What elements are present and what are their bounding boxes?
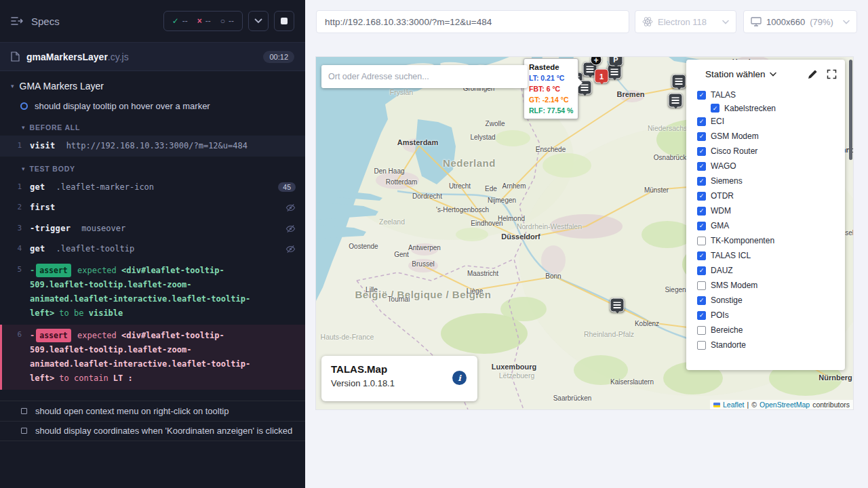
- map[interactable]: LeeuwardenFryslânGroningenHamburgBremenN…: [316, 57, 853, 409]
- station-filter-item[interactable]: ✓TALAS: [686, 87, 845, 102]
- collapsed-test-row[interactable]: should display coordinates when 'Koordin…: [0, 421, 305, 441]
- map-place-label: Luxembourg: [492, 363, 537, 371]
- checkbox[interactable]: ✓: [697, 251, 706, 260]
- checkbox[interactable]: ✓: [697, 117, 706, 126]
- map-marker-pmark[interactable]: P: [609, 57, 623, 66]
- station-filter-label: Sonstige: [711, 296, 743, 305]
- station-filter-item[interactable]: ✓GMA: [686, 218, 845, 233]
- map-search[interactable]: [321, 65, 528, 88]
- tooltip-measurement: RLF: 77.54 %: [529, 106, 573, 117]
- spec-bar[interactable]: gmaMarkersLayer.cy.js 00:12: [0, 43, 305, 71]
- map-marker-station[interactable]: [672, 75, 686, 89]
- checkbox[interactable]: ✓: [697, 132, 706, 141]
- map-place-label: Ede: [485, 185, 497, 192]
- station-filter-item[interactable]: ✓WDM: [686, 203, 845, 218]
- testing-preferences-button[interactable]: [248, 11, 269, 31]
- checkbox[interactable]: ✓: [697, 147, 706, 156]
- checkbox[interactable]: [697, 237, 706, 245]
- checkbox[interactable]: [697, 341, 706, 350]
- station-filter-item[interactable]: ✓ECI: [686, 114, 845, 129]
- station-filter-label: Kabelstrecken: [724, 104, 776, 113]
- app-stage: Electron 118 1000x660 (79%): [305, 0, 868, 488]
- osm-link[interactable]: OpenStreetMap: [760, 401, 810, 409]
- station-filter-item[interactable]: SMS Modem: [686, 278, 845, 293]
- map-place-label: Arnhem: [502, 182, 526, 190]
- station-filter-label: Siemens: [711, 176, 743, 186]
- station-filter-item[interactable]: ✓GSM Modem: [686, 129, 845, 144]
- test-body-section[interactable]: ▾ TEST BODY: [0, 157, 305, 177]
- command-row[interactable]: 2first: [0, 197, 305, 218]
- url-input[interactable]: [316, 10, 629, 33]
- edit-pencil-icon[interactable]: [808, 70, 817, 79]
- assert-badge: assert: [36, 329, 71, 342]
- station-select-label[interactable]: Station wählen: [705, 69, 766, 79]
- command-row[interactable]: 1get.leaflet-marker-icon45: [0, 177, 305, 198]
- checkbox[interactable]: [697, 326, 706, 335]
- command-row[interactable]: 1visithttp://192.168.10.33:3000/?m=12&u=…: [0, 136, 305, 157]
- station-glyph: [675, 78, 683, 85]
- map-place-label: Münster: [644, 186, 669, 194]
- station-filter-item[interactable]: ✓Kabelstrecken: [686, 102, 845, 114]
- viewport-icon: [751, 17, 762, 26]
- chevron-down-icon[interactable]: [770, 72, 776, 77]
- assert-passed[interactable]: 5-assert expected <div#leaflet-tooltip-5…: [0, 260, 305, 325]
- station-filter-item[interactable]: ✓DAUZ: [686, 263, 845, 278]
- map-place-label: Liège: [467, 287, 483, 295]
- test-title: should display tooltip on hover over a m…: [35, 101, 210, 111]
- station-filter-item[interactable]: TK-Komponenten: [686, 233, 845, 248]
- command-row[interactable]: 4get.leaflet-tooltip: [0, 239, 305, 260]
- map-place-label: Enschede: [536, 146, 566, 153]
- chevron-down-icon: [254, 18, 262, 24]
- station-filter-item[interactable]: ✓WAGO: [686, 159, 845, 174]
- checkbox[interactable]: ✓: [697, 266, 706, 275]
- map-scrollbar[interactable]: [849, 60, 852, 160]
- station-filter-item[interactable]: ✓Cisco Router: [686, 144, 845, 159]
- map-place-label: 's-Hertogenbosch: [436, 206, 489, 214]
- checkbox[interactable]: ✓: [697, 296, 706, 305]
- checkbox[interactable]: ✓: [697, 91, 706, 100]
- checkbox[interactable]: ✓: [697, 311, 706, 320]
- specs-menu-icon[interactable]: [11, 16, 23, 26]
- checkbox[interactable]: ✓: [697, 222, 706, 230]
- stat-failed: ×--: [197, 16, 211, 26]
- collapsed-test-row[interactable]: should open context menu on right-click …: [0, 401, 305, 421]
- station-filter-item[interactable]: ✓POIs: [686, 308, 845, 323]
- pending-icon: ○: [220, 16, 225, 26]
- checkbox[interactable]: ✓: [697, 162, 706, 171]
- checkbox[interactable]: ✓: [697, 192, 706, 201]
- station-filter-item[interactable]: ✓Siemens: [686, 174, 845, 188]
- browser-picker[interactable]: Electron 118: [635, 10, 736, 33]
- station-filter-item[interactable]: ✓OTDR: [686, 188, 845, 203]
- map-place-label: Osnabrück: [654, 154, 686, 161]
- map-place-label: Kaiserslautern: [610, 378, 654, 386]
- command-row[interactable]: 3-triggermouseover: [0, 218, 305, 239]
- map-marker-station[interactable]: [610, 298, 625, 312]
- checkbox[interactable]: ✓: [711, 104, 719, 113]
- info-icon[interactable]: i: [452, 371, 467, 385]
- station-filter-label: TALAS: [711, 90, 736, 100]
- map-marker-station[interactable]: [669, 94, 683, 108]
- station-filter-item[interactable]: ✓TALAS ICL: [686, 248, 845, 263]
- checkbox[interactable]: [697, 281, 706, 290]
- leaflet-link[interactable]: Leaflet: [723, 401, 745, 409]
- test-body-list: 1get.leaflet-marker-icon452first3-trigge…: [0, 177, 305, 390]
- checkbox[interactable]: ✓: [697, 177, 706, 186]
- assert-failed[interactable]: 6-assert expected <div#leaflet-tooltip-5…: [0, 325, 305, 390]
- browser-label: Electron 118: [658, 17, 707, 27]
- station-filter-item[interactable]: Standorte: [686, 338, 845, 352]
- map-place-label: Rotterdam: [386, 178, 418, 186]
- search-input[interactable]: [328, 72, 521, 81]
- map-place-label: Bremen: [617, 90, 645, 98]
- viewport-picker[interactable]: 1000x660 (79%): [743, 10, 857, 33]
- active-test-row[interactable]: should display tooltip on hover over a m…: [0, 96, 305, 115]
- before-all-section[interactable]: ▾ BEFORE ALL: [0, 115, 305, 136]
- checkbox[interactable]: ✓: [697, 207, 706, 216]
- station-filter-item[interactable]: Bereiche: [686, 323, 845, 338]
- map-place-label: Rheinland-Pfalz: [584, 330, 634, 338]
- station-filter-item[interactable]: ✓Sonstige: [686, 293, 845, 308]
- map-marker-alert[interactable]: 1: [595, 69, 609, 83]
- stop-button[interactable]: [274, 11, 294, 31]
- fullscreen-icon[interactable]: [827, 69, 837, 79]
- suite-row[interactable]: ▾ GMA Markers Layer: [0, 74, 305, 96]
- station-panel-header: Station wählen: [686, 68, 845, 87]
